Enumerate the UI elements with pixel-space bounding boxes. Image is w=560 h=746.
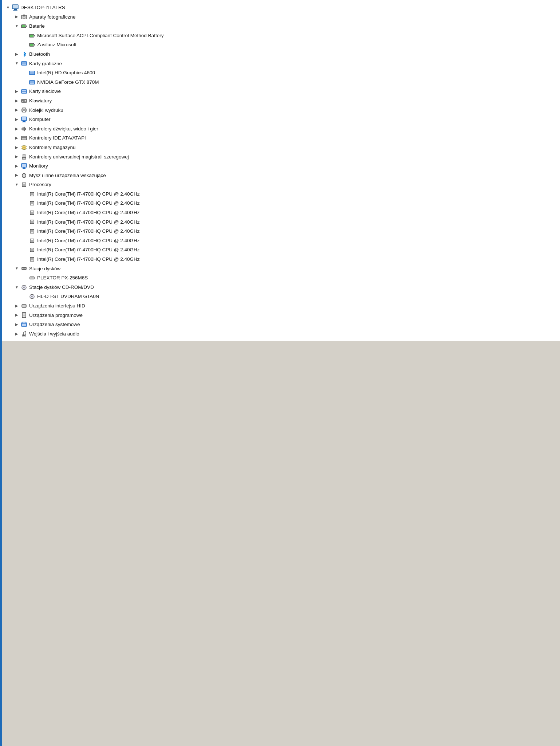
svg-rect-43 — [21, 164, 27, 167]
tree-item-system-devices[interactable]: ▶Urządzenia systemowe — [2, 320, 560, 329]
item-icon-dvd1 — [28, 293, 36, 300]
tree-item-cpu3[interactable]: Intel(R) Core(TM) i7-4700HQ CPU @ 2.40GH… — [2, 208, 560, 217]
item-icon-keyboards — [20, 97, 28, 105]
root-icon — [12, 4, 19, 11]
tree-item-cpu2[interactable]: Intel(R) Core(TM) i7-4700HQ CPU @ 2.40GH… — [2, 199, 560, 208]
svg-rect-5 — [23, 15, 25, 16]
tree-container: ▶Aparaty fotograficzne▼BaterieMicrosoft … — [2, 12, 560, 339]
item-label-sound: Kontrolery dźwięku, wideo i gier — [29, 125, 98, 133]
device-tree: ▼ DESKTOP-I1LALRS ▶Aparaty fotograficzne… — [2, 0, 560, 341]
root-expander[interactable]: ▼ — [5, 5, 11, 11]
svg-rect-30 — [23, 111, 25, 112]
svg-rect-37 — [22, 138, 26, 138]
expander-cdrom[interactable]: ▼ — [14, 284, 20, 290]
item-icon-gpu1 — [28, 69, 36, 76]
tree-item-cameras[interactable]: ▶Aparaty fotograficzne — [2, 12, 560, 22]
tree-item-sound[interactable]: ▶Kontrolery dźwięku, wideo i gier — [2, 124, 560, 134]
item-label-cameras: Aparaty fotograficzne — [29, 13, 76, 21]
svg-rect-24 — [22, 100, 23, 101]
item-icon-computer — [20, 116, 28, 123]
item-label-cdrom: Stacje dysków CD-ROM/DVD — [29, 283, 94, 291]
item-icon-usb — [20, 153, 28, 160]
expander-software-devices[interactable]: ▶ — [14, 312, 20, 318]
expander-cameras[interactable]: ▶ — [14, 14, 20, 20]
tree-item-cpu6[interactable]: Intel(R) Core(TM) i7-4700HQ CPU @ 2.40GH… — [2, 236, 560, 246]
expander-hid[interactable]: ▶ — [14, 303, 20, 309]
tree-item-diskdrives[interactable]: ▼Stacje dysków — [2, 264, 560, 274]
tree-item-software-devices[interactable]: ▶Urządzenia programowe — [2, 311, 560, 320]
svg-rect-13 — [34, 44, 35, 46]
tree-item-cpu4[interactable]: Intel(R) Core(TM) i7-4700HQ CPU @ 2.40GH… — [2, 217, 560, 227]
svg-rect-44 — [23, 168, 25, 168]
item-label-network: Karty sieciowe — [29, 87, 61, 95]
tree-item-dvd1[interactable]: HL-DT-ST DVDRAM GTA0N — [2, 292, 560, 301]
tree-item-gpu2[interactable]: NVIDIA GeForce GTX 870M — [2, 78, 560, 87]
expander-ide[interactable]: ▶ — [14, 135, 20, 141]
expander-system-devices[interactable]: ▶ — [14, 322, 20, 327]
expander-mice[interactable]: ▶ — [14, 172, 20, 178]
expander-keyboards[interactable]: ▶ — [14, 98, 20, 104]
expander-batteries[interactable]: ▼ — [14, 23, 20, 29]
item-label-batteries: Baterie — [29, 22, 45, 30]
item-label-cpu8: Intel(R) Core(TM) i7-4700HQ CPU @ 2.40GH… — [37, 255, 140, 263]
expander-monitors[interactable]: ▶ — [14, 163, 20, 169]
item-icon-software-devices — [20, 311, 28, 319]
tree-item-monitors[interactable]: ▶Monitory — [2, 161, 560, 171]
tree-item-audio-io[interactable]: ▶Wejścia i wyjścia audio — [2, 329, 560, 339]
tree-item-disk1[interactable]: PLEXTOR PX-256M6S — [2, 273, 560, 283]
tree-item-network[interactable]: ▶Karty sieciowe — [2, 87, 560, 96]
tree-root[interactable]: ▼ DESKTOP-I1LALRS — [2, 3, 560, 12]
tree-item-battery2[interactable]: Zasilacz Microsoft — [2, 40, 560, 50]
svg-rect-11 — [30, 35, 33, 37]
tree-item-storage[interactable]: ▶Kontrolery magazynu — [2, 143, 560, 152]
tree-item-computer[interactable]: ▶Komputer — [2, 115, 560, 124]
item-icon-hid — [20, 302, 28, 310]
expander-sound[interactable]: ▶ — [14, 126, 20, 132]
expander-processors[interactable]: ▼ — [14, 182, 20, 188]
tree-item-cpu8[interactable]: Intel(R) Core(TM) i7-4700HQ CPU @ 2.40GH… — [2, 255, 560, 264]
tree-item-processors[interactable]: ▼Procesory — [2, 180, 560, 189]
item-label-processors: Procesory — [29, 181, 51, 189]
item-icon-battery1 — [28, 32, 36, 39]
tree-item-cdrom[interactable]: ▼Stacje dysków CD-ROM/DVD — [2, 283, 560, 292]
expander-network[interactable]: ▶ — [14, 89, 20, 94]
tree-item-cpu1[interactable]: Intel(R) Core(TM) i7-4700HQ CPU @ 2.40GH… — [2, 189, 560, 199]
item-icon-cpu7 — [28, 246, 36, 254]
tree-item-ide[interactable]: ▶Kontrolery IDE ATA/ATAPI — [2, 133, 560, 143]
tree-item-battery1[interactable]: Microsoft Surface ACPI-Compliant Control… — [2, 31, 560, 40]
svg-rect-29 — [23, 108, 25, 109]
tree-item-display[interactable]: ▼Karty graficzne — [2, 59, 560, 68]
tree-item-cpu7[interactable]: Intel(R) Core(TM) i7-4700HQ CPU @ 2.40GH… — [2, 245, 560, 255]
svg-rect-45 — [23, 168, 25, 169]
svg-rect-10 — [34, 35, 35, 36]
expander-display[interactable]: ▼ — [14, 60, 20, 66]
svg-rect-61 — [31, 240, 33, 242]
expander-diskdrives[interactable]: ▼ — [14, 266, 20, 271]
tree-item-gpu1[interactable]: Intel(R) HD Graphics 4600 — [2, 68, 560, 78]
svg-point-83 — [24, 335, 26, 336]
item-icon-display — [20, 60, 28, 67]
tree-item-bluetooth[interactable]: ▶Bluetooth — [2, 50, 560, 59]
svg-rect-51 — [31, 193, 33, 195]
expander-bluetooth[interactable]: ▶ — [14, 51, 20, 57]
tree-item-hid[interactable]: ▶Urządzenia interfejsu HID — [2, 301, 560, 311]
item-label-cpu6: Intel(R) Core(TM) i7-4700HQ CPU @ 2.40GH… — [37, 237, 140, 245]
svg-rect-41 — [23, 154, 25, 157]
tree-item-cpu5[interactable]: Intel(R) Core(TM) i7-4700HQ CPU @ 2.40GH… — [2, 227, 560, 236]
item-label-battery1: Microsoft Surface ACPI-Compliant Control… — [37, 32, 163, 40]
item-label-printers: Kolejki wydruku — [29, 106, 63, 114]
expander-printers[interactable]: ▶ — [14, 107, 20, 113]
item-label-bluetooth: Bluetooth — [29, 50, 50, 58]
svg-rect-33 — [22, 122, 26, 122]
main-content: ▼ DESKTOP-I1LALRS ▶Aparaty fotograficzne… — [2, 0, 560, 341]
expander-storage[interactable]: ▶ — [14, 145, 20, 150]
expander-usb[interactable]: ▶ — [14, 154, 20, 160]
tree-item-usb[interactable]: ▶Kontrolery uniwersalnej magistrali szer… — [2, 152, 560, 162]
tree-item-keyboards[interactable]: ▶Klawiatury — [2, 96, 560, 106]
tree-item-printers[interactable]: ▶Kolejki wydruku — [2, 106, 560, 115]
expander-audio-io[interactable]: ▶ — [14, 331, 20, 337]
tree-item-mice[interactable]: ▶Mysz i inne urządzenia wskazujące — [2, 171, 560, 180]
tree-item-batteries[interactable]: ▼Baterie — [2, 21, 560, 31]
expander-computer[interactable]: ▶ — [14, 117, 20, 122]
item-icon-cameras — [20, 13, 28, 20]
